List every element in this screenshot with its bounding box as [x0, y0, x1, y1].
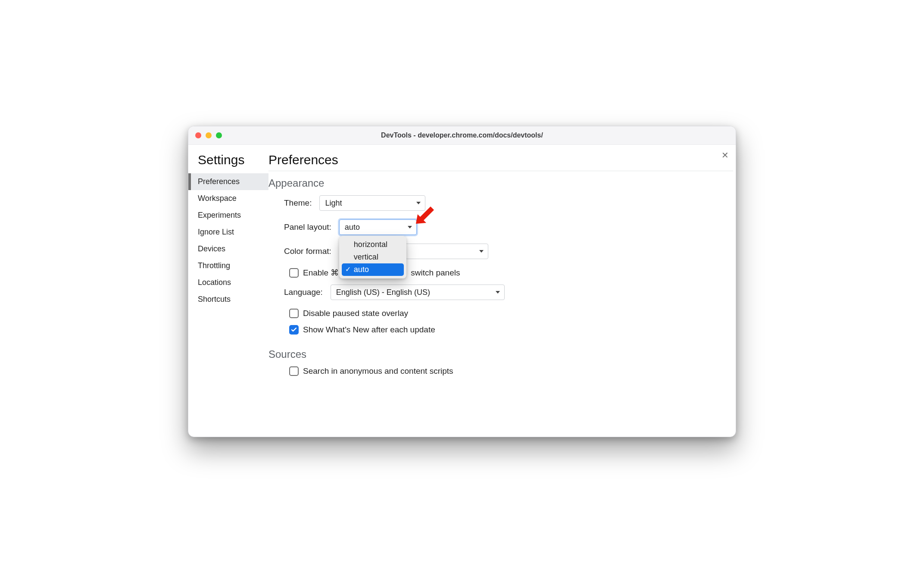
window-traffic-lights [195, 132, 222, 138]
theme-select-value: Light [325, 199, 342, 208]
theme-select[interactable]: Light [319, 195, 425, 211]
sidebar-item-label: Devices [198, 244, 225, 253]
row-language: Language: English (US) - English (US) [284, 285, 733, 300]
group-title-appearance: Appearance [268, 177, 733, 189]
row-show-whats-new[interactable]: Show What's New after each update [289, 325, 733, 335]
settings-window: DevTools - developer.chrome.com/docs/dev… [188, 126, 736, 437]
chevron-down-icon [496, 291, 500, 294]
window-close-button[interactable] [195, 132, 201, 138]
color-format-label: Color format: [284, 247, 331, 256]
panel-layout-option-horizontal[interactable]: horizontal [342, 238, 404, 251]
panel-layout-dropdown: horizontal vertical auto [339, 236, 406, 278]
panel-layout-option-vertical[interactable]: vertical [342, 251, 404, 263]
panel-layout-select[interactable]: auto [339, 219, 417, 235]
chevron-down-icon [479, 250, 484, 253]
page-title: Preferences [268, 153, 733, 167]
chevron-down-icon [408, 226, 412, 228]
sidebar-item-experiments[interactable]: Experiments [188, 207, 268, 224]
sidebar-item-ignore-list[interactable]: Ignore List [188, 224, 268, 241]
show-whats-new-checkbox[interactable] [289, 325, 299, 335]
sidebar-item-label: Ignore List [198, 228, 234, 236]
option-label: horizontal [354, 240, 387, 249]
panel-layout-label: Panel layout: [284, 222, 331, 232]
settings-scroll[interactable]: Preferences Appearance Theme: Light Pane… [268, 145, 736, 437]
language-select-value: English (US) - English (US) [336, 288, 430, 297]
sidebar-item-preferences[interactable]: Preferences [188, 173, 268, 190]
divider [268, 171, 733, 171]
sidebar-item-label: Throttling [198, 261, 230, 270]
settings-sidebar: Settings Preferences Workspace Experimen… [188, 145, 268, 437]
chevron-down-icon [416, 202, 421, 204]
disable-overlay-checkbox[interactable] [289, 309, 299, 318]
sidebar-item-workspace[interactable]: Workspace [188, 190, 268, 207]
sidebar-item-label: Experiments [198, 211, 241, 219]
panel-layout-select-value: auto [345, 223, 360, 232]
enable-shortcut-checkbox[interactable] [289, 268, 299, 278]
search-anonymous-checkbox[interactable] [289, 366, 299, 376]
sidebar-item-throttling[interactable]: Throttling [188, 257, 268, 274]
theme-label: Theme: [284, 198, 312, 208]
show-whats-new-label: Show What's New after each update [303, 325, 435, 335]
sidebar-item-locations[interactable]: Locations [188, 274, 268, 291]
search-anonymous-label: Search in anonymous and content scripts [303, 366, 453, 376]
option-label: vertical [354, 253, 378, 261]
language-select[interactable]: English (US) - English (US) [331, 285, 505, 300]
row-disable-overlay[interactable]: Disable paused state overlay [289, 309, 733, 318]
language-label: Language: [284, 288, 323, 297]
sidebar-item-label: Locations [198, 278, 231, 287]
sidebar-item-devices[interactable]: Devices [188, 241, 268, 257]
row-panel-layout: Panel layout: auto [284, 219, 733, 235]
window-minimize-button[interactable] [206, 132, 212, 138]
window-titlebar: DevTools - developer.chrome.com/docs/dev… [188, 126, 736, 145]
row-theme: Theme: Light [284, 195, 733, 211]
sidebar-item-shortcuts[interactable]: Shortcuts [188, 291, 268, 308]
row-search-anonymous[interactable]: Search in anonymous and content scripts [289, 366, 733, 376]
sidebar-item-label: Workspace [198, 194, 237, 203]
settings-content: Preferences Appearance Theme: Light Pane… [268, 145, 736, 437]
window-zoom-button[interactable] [216, 132, 222, 138]
disable-overlay-label: Disable paused state overlay [303, 309, 408, 318]
sidebar-item-label: Preferences [198, 177, 240, 186]
option-label: auto [354, 265, 369, 274]
sidebar-item-label: Shortcuts [198, 295, 231, 303]
group-title-sources: Sources [268, 348, 733, 360]
window-title: DevTools - developer.chrome.com/docs/dev… [188, 131, 736, 139]
panel-layout-option-auto[interactable]: auto [342, 263, 404, 276]
settings-nav: Preferences Workspace Experiments Ignore… [188, 173, 268, 308]
settings-heading: Settings [198, 153, 268, 167]
